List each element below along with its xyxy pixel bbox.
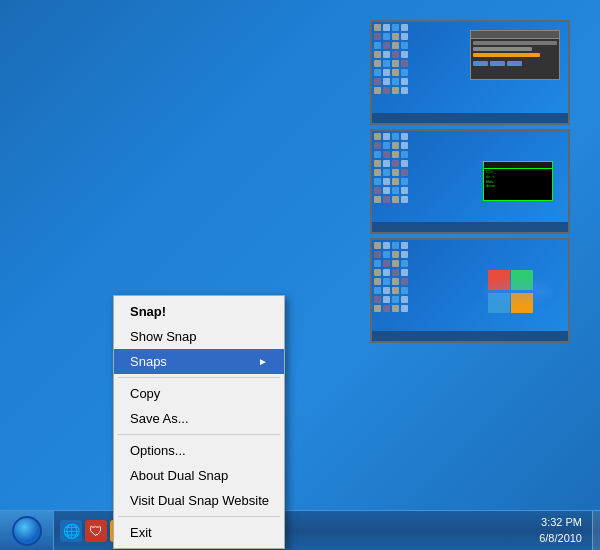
desktop: C:\>_ dir /s files... done bbox=[0, 0, 600, 550]
context-menu: Snap! Show Snap Snaps ► Copy Save As... … bbox=[113, 295, 285, 549]
menu-separator-1 bbox=[118, 377, 280, 378]
menu-item-save-as[interactable]: Save As... bbox=[114, 406, 284, 431]
ie-taskbar-icon[interactable]: 🌐 bbox=[60, 520, 82, 542]
thumb-dialog bbox=[470, 30, 560, 80]
taskbar-time: 3:32 PM bbox=[539, 515, 582, 530]
shield-taskbar-icon[interactable]: 🛡 bbox=[85, 520, 107, 542]
snap-thumbnail-2[interactable]: C:\>_ dir /s files... done bbox=[370, 129, 570, 234]
start-orb-icon bbox=[12, 516, 42, 546]
menu-item-copy[interactable]: Copy bbox=[114, 381, 284, 406]
menu-item-visit[interactable]: Visit Dual Snap Website bbox=[114, 488, 284, 513]
start-button[interactable] bbox=[0, 511, 54, 550]
submenu-arrow-icon: ► bbox=[258, 356, 268, 367]
snap-thumbnails-area: C:\>_ dir /s files... done bbox=[370, 20, 570, 343]
menu-item-about[interactable]: About Dual Snap bbox=[114, 463, 284, 488]
menu-item-exit[interactable]: Exit bbox=[114, 520, 284, 545]
thumb-terminal: C:\>_ dir /s files... done bbox=[483, 161, 553, 201]
taskbar: 🌐 🛡 ★ N 💬 ⚑ 📶 🔊 3:32 PM 6/8/2010 bbox=[0, 510, 600, 550]
taskbar-date: 6/8/2010 bbox=[539, 531, 582, 546]
menu-item-show-snap[interactable]: Show Snap bbox=[114, 324, 284, 349]
menu-item-options[interactable]: Options... bbox=[114, 438, 284, 463]
taskbar-clock[interactable]: 3:32 PM 6/8/2010 bbox=[529, 515, 592, 546]
menu-item-snaps[interactable]: Snaps ► bbox=[114, 349, 284, 374]
snap-thumbnail-3[interactable] bbox=[370, 238, 570, 343]
snap-thumbnail-1[interactable] bbox=[370, 20, 570, 125]
menu-separator-3 bbox=[118, 516, 280, 517]
show-desktop-button[interactable] bbox=[592, 511, 600, 550]
menu-separator-2 bbox=[118, 434, 280, 435]
menu-item-snap[interactable]: Snap! bbox=[114, 299, 284, 324]
